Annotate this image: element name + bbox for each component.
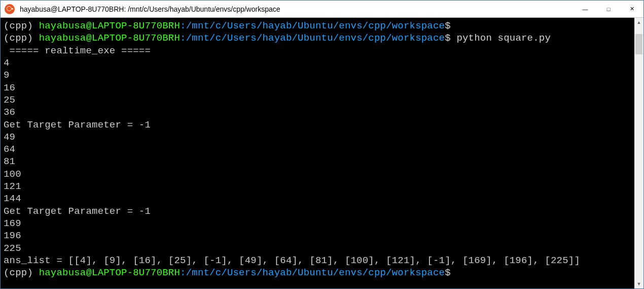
output-line: 196 [4,230,21,241]
minimize-button[interactable]: — [574,1,597,17]
output-line: 225 [4,243,21,254]
output-line: 121 [4,181,21,192]
output-line: 9 [4,70,10,81]
cwd-path: /mnt/c/Users/hayab/Ubuntu/envs/cpp/works… [186,33,445,44]
output-line: 36 [4,107,15,118]
output-line: 25 [4,94,15,106]
output-line: 144 [4,193,21,204]
output-ans-list: ans_list = [[4], [9], [16], [25], [-1], … [4,255,580,266]
prompt-dollar: $ [445,267,451,278]
output-message: Get Target Parameter = -1 [4,119,151,131]
user-host: hayabusa@LAPTOP-8U770BRH [39,20,180,31]
prompt-dollar: $ [445,20,451,31]
prompt-dollar: $ [445,33,451,44]
output-line: 4 [4,57,10,69]
colon: : [180,267,186,278]
command-run: python square.py [451,33,551,44]
titlebar[interactable]: hayabusa@LAPTOP-8U770BRH: /mnt/c/Users/h… [1,1,643,18]
user-host: hayabusa@LAPTOP-8U770BRH [39,267,180,278]
scroll-up-icon[interactable]: ▲ [634,18,643,27]
output-line: 100 [4,169,21,180]
output-line: 64 [4,144,15,155]
ubuntu-icon [5,4,15,14]
output-message: Get Target Parameter = -1 [4,206,151,217]
terminal-area: (cpp) hayabusa@LAPTOP-8U770BRH:/mnt/c/Us… [1,18,643,288]
scroll-thumb[interactable] [635,34,642,54]
colon: : [180,33,186,44]
colon: : [180,20,186,31]
output-line: 49 [4,132,15,143]
scrollbar[interactable]: ▲ ▼ [634,18,643,288]
window-title: hayabusa@LAPTOP-8U770BRH: /mnt/c/Users/h… [20,5,574,13]
user-host: hayabusa@LAPTOP-8U770BRH [39,33,180,44]
cwd-path: /mnt/c/Users/hayab/Ubuntu/envs/cpp/works… [186,20,445,31]
env-prefix: (cpp) [4,267,39,278]
env-prefix: (cpp) [4,20,39,31]
env-prefix: (cpp) [4,33,39,44]
cwd-path: /mnt/c/Users/hayab/Ubuntu/envs/cpp/works… [186,267,445,278]
window-controls: — □ ✕ [574,1,643,17]
output-line: 81 [4,156,15,167]
maximize-button[interactable]: □ [597,1,620,17]
terminal-window: hayabusa@LAPTOP-8U770BRH: /mnt/c/Users/h… [0,0,644,289]
scroll-down-icon[interactable]: ▼ [634,279,643,288]
output-line: 169 [4,218,21,229]
output-line: 16 [4,82,15,93]
output-header: ===== realtime_exe ===== [4,45,151,56]
close-button[interactable]: ✕ [620,1,643,17]
terminal-output[interactable]: (cpp) hayabusa@LAPTOP-8U770BRH:/mnt/c/Us… [1,18,634,288]
